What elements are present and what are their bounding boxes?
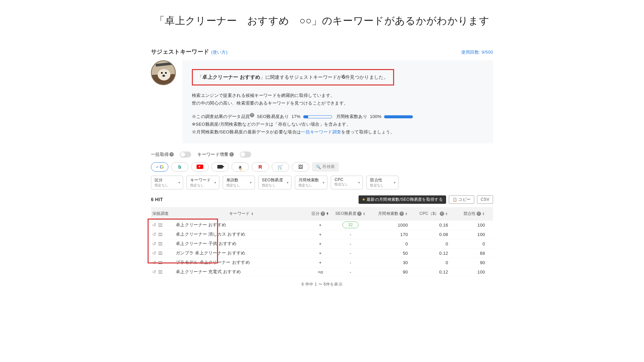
keyword-cell[interactable]: 卓上クリーナー 子供 おすすめ bbox=[174, 241, 309, 247]
bulk-toggle-label: 一括取得 bbox=[151, 152, 169, 158]
help-icon[interactable]: ? bbox=[399, 212, 404, 216]
engine-video[interactable] bbox=[211, 162, 229, 172]
engine-google[interactable]: ✓G bbox=[151, 162, 168, 172]
filter-word-count[interactable]: 単語数指定なし bbox=[223, 176, 255, 189]
cpc-cell: 0.08 bbox=[409, 232, 449, 237]
quality-label: ※この調査結果のデータ品質 bbox=[192, 114, 250, 119]
col-cpc[interactable]: CPC（$）?▲▼ bbox=[409, 211, 449, 217]
seo-cell: 32 bbox=[332, 222, 369, 228]
help-icon[interactable]: ? bbox=[321, 212, 325, 216]
filter-cpc[interactable]: CPC指定なし bbox=[331, 176, 363, 189]
info-note-1: ※SEO難易度/月間検索数などのデータは「存在しない/古い場合」を含みます。 bbox=[192, 120, 484, 128]
refresh-icon[interactable] bbox=[152, 232, 156, 237]
help-icon[interactable]: ? bbox=[477, 212, 481, 216]
help-icon[interactable]: ? bbox=[440, 212, 444, 216]
video-icon bbox=[217, 165, 223, 169]
engine-shopping[interactable]: 🛒 bbox=[272, 162, 289, 172]
star-icon: ★ bbox=[362, 197, 366, 202]
bulk-toggle[interactable] bbox=[180, 152, 191, 158]
help-icon[interactable]: ? bbox=[169, 152, 174, 157]
category-cell: +α bbox=[309, 269, 332, 275]
amplify-toggle-label: キーワード増量 bbox=[197, 152, 228, 158]
cart-icon: 🛒 bbox=[277, 164, 283, 170]
seo-cell: - bbox=[332, 260, 369, 265]
refresh-icon[interactable] bbox=[152, 241, 156, 246]
amplify-toggle[interactable] bbox=[240, 152, 251, 158]
col-competition[interactable]: 競合性?▲▼ bbox=[449, 211, 486, 217]
help-icon[interactable]: ? bbox=[357, 212, 362, 216]
comp-cell: 0 bbox=[449, 241, 486, 246]
keyword-cell[interactable]: ガンプラ 卓上クリーナー おすすめ bbox=[174, 250, 309, 256]
info-desc-2: 世の中の関心の高い、検索需要のあるキーワードを見つけることができます。 bbox=[192, 99, 484, 107]
menu-icon[interactable] bbox=[158, 224, 162, 227]
engine-rakuten[interactable]: R bbox=[252, 162, 269, 172]
menu-icon[interactable] bbox=[158, 233, 162, 236]
hit-count: 6 HIT bbox=[151, 197, 163, 202]
help-link[interactable]: (使い方) bbox=[211, 49, 227, 55]
menu-icon[interactable] bbox=[158, 270, 162, 274]
col-volume[interactable]: 月間検索数?▲▼ bbox=[369, 211, 409, 217]
copy-button[interactable]: 📋コピー bbox=[449, 195, 474, 204]
table-row: 卓上クリーナー おすすめ + 32 1000 0.16 100 bbox=[151, 221, 493, 230]
google-icon: G bbox=[160, 164, 164, 170]
comp-cell: 100 bbox=[449, 232, 486, 237]
info-desc-1: 検索エンジンで提案される候補キーワードを網羅的に取得しています。 bbox=[192, 92, 484, 99]
col-keyword[interactable]: キーワード▲▼ bbox=[174, 211, 309, 217]
info-note-2: ※月間検索数/SEO難易度の最新データが必要な場合は一括キーワード調査を使って取… bbox=[192, 128, 484, 136]
keyword-cell[interactable]: 卓上クリーナー 充電式 おすすめ bbox=[174, 269, 309, 275]
menu-icon[interactable] bbox=[158, 252, 162, 255]
fetch-latest-button[interactable]: ★最新の月間検索数/SEO難易度を取得する bbox=[359, 195, 446, 204]
category-cell: + bbox=[309, 232, 332, 237]
cpc-cell: 0.12 bbox=[409, 251, 449, 256]
seo-cell: - bbox=[332, 251, 369, 256]
cpc-cell: 0 bbox=[409, 260, 449, 265]
cpc-cell: 0 bbox=[409, 241, 449, 246]
category-cell: + bbox=[309, 223, 332, 228]
refresh-icon[interactable] bbox=[152, 269, 156, 275]
keyword-cell[interactable]: 卓上クリーナー おすすめ bbox=[174, 222, 309, 228]
col-seo[interactable]: SEO難易度?▲▼ bbox=[332, 211, 369, 217]
filter-competition[interactable]: 競合性指定なし bbox=[366, 176, 398, 189]
seo-cell: - bbox=[332, 269, 369, 275]
monthly-bar bbox=[384, 115, 413, 118]
help-icon[interactable]: ? bbox=[250, 113, 254, 117]
keyword-cell[interactable]: 卓上クリーナー 消しカス おすすめ bbox=[174, 231, 309, 237]
csv-button[interactable]: CSV bbox=[477, 195, 493, 204]
panel-header: サジェストキーワード (使い方) 使用回数: 9/500 bbox=[151, 48, 493, 56]
engine-image[interactable]: 🖼 bbox=[292, 162, 309, 172]
filter-volume[interactable]: 月間検索数指定なし bbox=[295, 176, 328, 189]
seo-diff-bar bbox=[303, 115, 332, 118]
seo-cell: - bbox=[332, 241, 369, 246]
volume-cell: 170 bbox=[369, 232, 409, 237]
filter-seo[interactable]: SEO難易度指定なし bbox=[258, 176, 291, 189]
volume-cell: 0 bbox=[369, 241, 409, 246]
youtube-icon bbox=[197, 165, 203, 169]
bulk-research-link[interactable]: 一括キーワード調査 bbox=[301, 129, 341, 134]
re-search-button[interactable]: 🔍再検索 bbox=[312, 162, 339, 172]
category-cell: + bbox=[309, 241, 332, 246]
filters-row: 区分指定なし キーワード指定なし 単語数指定なし SEO難易度指定なし 月間検索… bbox=[151, 176, 493, 189]
refresh-icon[interactable] bbox=[152, 222, 156, 228]
monthly-label: 月間検索数あり bbox=[336, 114, 367, 119]
table-row: プラモデル 卓上クリーナー おすすめ + - 30 0 90 bbox=[151, 258, 493, 267]
help-icon[interactable]: ? bbox=[229, 152, 234, 157]
refresh-icon[interactable] bbox=[152, 260, 156, 265]
engine-youtube[interactable] bbox=[191, 162, 209, 172]
search-icon: 🔍 bbox=[316, 165, 321, 169]
engine-amazon[interactable]: a bbox=[231, 162, 249, 172]
refresh-icon[interactable] bbox=[152, 250, 156, 256]
comp-cell: 100 bbox=[449, 269, 486, 275]
menu-icon[interactable] bbox=[158, 261, 162, 264]
menu-icon[interactable] bbox=[158, 242, 162, 245]
table-row: 卓上クリーナー 消しカス おすすめ + - 170 0.08 100 bbox=[151, 230, 493, 239]
keyword-cell[interactable]: プラモデル 卓上クリーナー おすすめ bbox=[174, 259, 309, 265]
seo-diff-pct: 17% bbox=[291, 114, 301, 119]
monthly-pct: 100% bbox=[370, 114, 382, 119]
result-summary-highlight: 「卓上クリーナー おすすめ」に関連するサジェストキーワードが6件見つかりました。 bbox=[192, 69, 394, 85]
filter-category[interactable]: 区分指定なし bbox=[151, 176, 183, 189]
filter-keyword[interactable]: キーワード指定なし bbox=[186, 176, 219, 189]
engine-bing[interactable]: b bbox=[171, 162, 189, 172]
mascot-avatar bbox=[151, 60, 176, 85]
col-category[interactable]: 区分?▲▼ bbox=[309, 211, 332, 217]
copy-icon: 📋 bbox=[452, 197, 457, 202]
